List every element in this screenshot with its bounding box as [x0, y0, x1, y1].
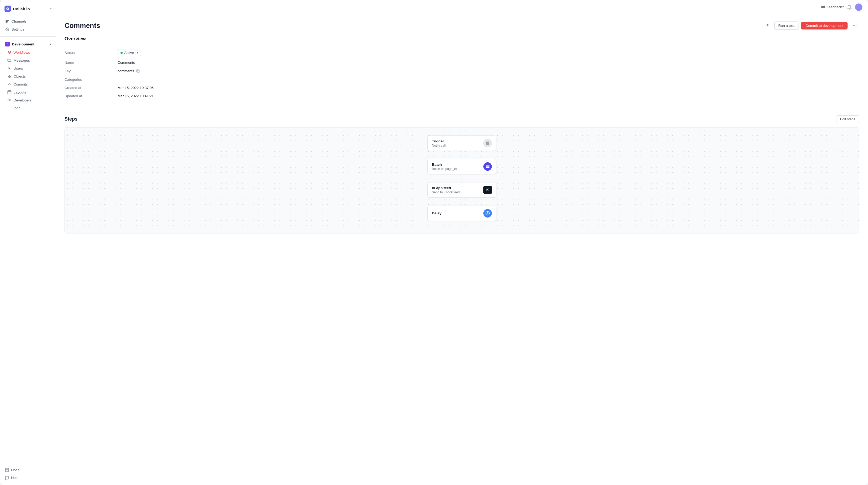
status-chevron-icon: ▾ — [137, 51, 138, 54]
trigger-icon — [484, 139, 492, 147]
key-value: comments — [118, 69, 140, 73]
name-label: Name — [64, 61, 118, 64]
sidebar-dev-section: D Development ▾ — [0, 39, 56, 113]
sidebar-bottom: Docs Help — [0, 462, 56, 482]
run-test-button[interactable]: Run a test — [774, 22, 799, 30]
topbar: Feedback? — [56, 0, 868, 14]
help-label: Help — [11, 476, 19, 480]
svg-rect-15 — [8, 75, 9, 76]
svg-rect-7 — [10, 51, 11, 52]
name-value: Comments — [118, 61, 135, 64]
connector-2 — [462, 174, 462, 182]
inapp-info: In-app feed Send to Knock feed — [432, 186, 460, 194]
delay-info: Delay — [432, 211, 441, 216]
svg-point-30 — [853, 25, 854, 26]
page-content: Comments Run a test Commit to developmen… — [56, 14, 868, 485]
settings-label: Settings — [11, 27, 24, 31]
dev-group-label: Development — [12, 42, 34, 46]
svg-point-31 — [855, 25, 855, 26]
status-value: Active ▾ — [118, 49, 141, 56]
svg-rect-17 — [8, 77, 9, 78]
sidebar-item-layouts[interactable]: Layouts — [4, 88, 54, 96]
sidebar-item-workflows[interactable]: Workflows — [4, 48, 54, 56]
steps-canvas: Trigger Notify call Batch — [64, 127, 859, 233]
sidebar-item-logs[interactable]: Logs — [4, 104, 54, 112]
svg-rect-37 — [486, 167, 490, 168]
page-title: Comments — [64, 22, 100, 30]
commit-button[interactable]: Commit to development — [801, 22, 847, 29]
objects-label: Objects — [13, 75, 26, 78]
copy-icon[interactable] — [136, 69, 140, 73]
connector-3 — [462, 198, 462, 206]
layouts-label: Layouts — [13, 90, 26, 94]
sidebar-logo[interactable]: Collab.io ▾ — [0, 3, 56, 16]
step-card-inapp[interactable]: In-app feed Send to Knock feed K — [427, 182, 496, 198]
sidebar-item-objects[interactable]: Objects — [4, 72, 54, 80]
sidebar-bottom-divider — [0, 464, 56, 464]
overview-row-categories: Categories - — [64, 76, 859, 84]
key-label: Key — [64, 69, 118, 73]
objects-icon — [7, 74, 11, 78]
megaphone-icon — [821, 5, 826, 9]
sidebar-item-settings[interactable]: Settings — [2, 25, 54, 33]
svg-rect-18 — [9, 77, 11, 78]
feedback-button[interactable]: Feedback? — [821, 5, 844, 9]
more-options-button[interactable] — [850, 22, 859, 29]
gear-icon — [5, 27, 9, 31]
layouts-icon — [7, 90, 11, 94]
flag-icon — [765, 23, 770, 28]
overview-row-updated-at: Updated at Mar 15, 2022 10:41:21 — [64, 92, 859, 100]
steps-section: Steps Edit steps Trigger Notify call — [64, 115, 859, 233]
section-divider — [64, 109, 859, 109]
updated-at-label: Updated at — [64, 94, 118, 98]
trigger-title: Trigger — [432, 139, 446, 143]
notification-bell-icon[interactable] — [847, 5, 852, 9]
sidebar-item-docs[interactable]: Docs — [2, 466, 54, 474]
svg-rect-4 — [6, 22, 7, 23]
sidebar-sub-items: Workflows Messages — [2, 48, 54, 112]
sidebar-group-development[interactable]: D Development ▾ — [2, 40, 54, 48]
sidebar-top-section: Channels Settings — [0, 16, 56, 34]
sidebar-item-users[interactable]: Users — [4, 64, 54, 72]
step-card-delay[interactable]: Delay — [427, 206, 496, 221]
app-name-chevron-icon: ▾ — [50, 7, 52, 10]
messages-label: Messages — [13, 58, 30, 62]
svg-rect-3 — [6, 21, 8, 22]
overview-title: Overview — [64, 36, 859, 42]
svg-rect-6 — [8, 51, 9, 52]
edit-steps-button[interactable]: Edit steps — [836, 115, 859, 123]
svg-rect-16 — [9, 75, 11, 76]
inapp-icon: K — [484, 186, 492, 194]
workflows-icon — [7, 50, 11, 54]
svg-point-1 — [7, 8, 8, 9]
delay-title: Delay — [432, 211, 441, 215]
status-dropdown[interactable]: Active ▾ — [118, 49, 141, 56]
step-card-trigger[interactable]: Trigger Notify call — [427, 136, 496, 151]
main-content: Feedback? Comments — [56, 0, 868, 485]
sidebar-item-commits[interactable]: Commits — [4, 80, 54, 88]
sidebar-item-messages[interactable]: Messages — [4, 56, 54, 64]
categories-value: - — [118, 78, 119, 82]
user-avatar[interactable] — [855, 3, 862, 11]
commits-icon — [7, 82, 11, 86]
channel-icon — [5, 19, 9, 23]
sidebar-item-help[interactable]: Help — [2, 474, 54, 482]
dev-group-icon: D — [5, 42, 10, 47]
svg-point-5 — [7, 29, 8, 30]
overview-row-name: Name Comments — [64, 58, 859, 67]
svg-rect-22 — [8, 91, 11, 94]
sidebar-item-channels[interactable]: Channels — [2, 17, 54, 25]
batch-info: Batch Batch on page_id — [432, 163, 457, 171]
steps-header: Steps Edit steps — [64, 115, 859, 123]
step-card-batch[interactable]: Batch Batch on page_id — [427, 159, 496, 174]
users-label: Users — [13, 66, 23, 70]
inapp-title: In-app feed — [432, 186, 460, 190]
svg-rect-2 — [6, 20, 9, 21]
overview-row-status: Status Active ▾ — [64, 47, 859, 58]
svg-point-19 — [9, 84, 10, 85]
page-actions: Run a test Commit to development — [764, 22, 859, 30]
status-label: Status — [64, 51, 118, 55]
batch-title: Batch — [432, 163, 457, 167]
sidebar-item-developers[interactable]: Developers — [4, 96, 54, 104]
flag-button[interactable] — [764, 22, 772, 30]
